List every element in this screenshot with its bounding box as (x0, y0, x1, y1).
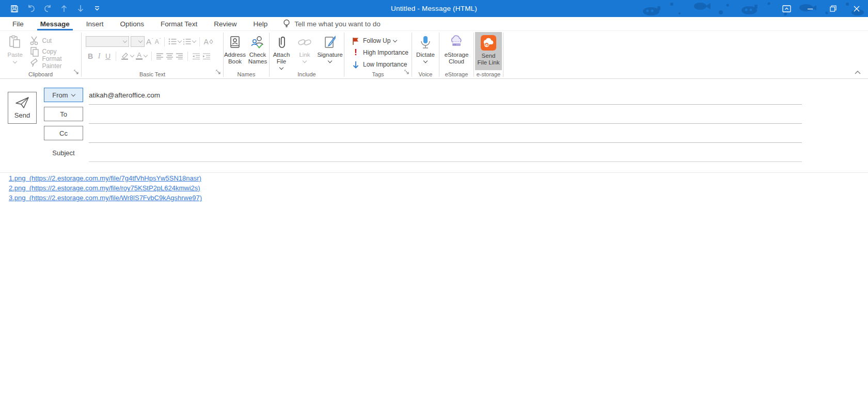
underline-button[interactable]: U (104, 51, 112, 61)
window-controls (775, 0, 868, 17)
customize-qat-icon[interactable] (91, 3, 103, 15)
basic-text-dialog-launcher-icon[interactable] (216, 68, 221, 77)
attach-file-label: Attach File (273, 52, 290, 65)
ribbon-display-options-icon[interactable] (775, 0, 798, 17)
paste-button[interactable]: Paste (5, 32, 25, 71)
cut-button[interactable]: Cut (29, 35, 81, 46)
check-names-icon (250, 35, 265, 50)
dictate-button[interactable]: Dictate (413, 32, 438, 71)
from-label: From (52, 91, 68, 99)
cut-label: Cut (42, 37, 52, 44)
decrease-indent-button[interactable] (192, 51, 200, 61)
message-body[interactable]: 1.png (https://2.estorage.com.my/file/7g… (9, 173, 202, 203)
quick-access-toolbar (8, 3, 103, 15)
tab-review[interactable]: Review (206, 17, 245, 30)
dictate-dropdown-icon (423, 59, 428, 63)
svg-text:e: e (485, 42, 488, 47)
align-left-button[interactable] (156, 51, 164, 61)
font-color-button[interactable]: A (136, 51, 147, 61)
tab-options[interactable]: Options (112, 17, 153, 30)
tell-me-box[interactable]: Tell me what you want to do (283, 17, 381, 30)
file-link-1[interactable]: 1.png (https://2.estorage.com.my/file/7g… (9, 173, 202, 183)
voice-group-label: Voice (412, 71, 439, 77)
group-voice: Dictate Voice (412, 31, 439, 78)
check-names-label: Check Names (248, 52, 267, 65)
tags-dialog-launcher-icon[interactable] (404, 68, 409, 77)
tab-message[interactable]: Message (32, 17, 78, 30)
from-value[interactable]: atikah@afteroffice.com (89, 88, 160, 102)
cc-field-underline[interactable] (89, 142, 802, 143)
close-button[interactable] (845, 0, 868, 17)
signature-button[interactable]: Signature (317, 32, 343, 71)
italic-button[interactable]: I (96, 51, 102, 61)
restore-button[interactable] (822, 0, 845, 17)
grow-font-button[interactable]: Aˆ (146, 36, 153, 47)
file-link-2[interactable]: 2.png (https://2.estorage.com.my/file/ro… (9, 183, 202, 193)
align-right-button[interactable] (176, 51, 183, 61)
estorage-cloud-button[interactable]: eStorage Cloud (440, 32, 472, 71)
link-button[interactable]: Link (295, 32, 314, 71)
basic-text-group-label: Basic Text (82, 71, 223, 77)
address-book-button[interactable]: Address Book (224, 32, 246, 71)
bullets-button[interactable] (168, 36, 181, 47)
high-importance-button[interactable]: ! High Importance (352, 47, 412, 58)
copy-label: Copy (42, 48, 57, 55)
group-estorage: eStorage Cloud eStorage (439, 31, 474, 78)
font-name-select[interactable] (86, 36, 129, 47)
tab-file[interactable]: File (4, 17, 32, 30)
increase-indent-button[interactable] (202, 51, 211, 61)
from-field-underline (89, 104, 802, 105)
move-up-icon[interactable] (58, 3, 70, 15)
attach-file-button[interactable]: Attach File (270, 32, 293, 71)
send-file-link-button[interactable]: e Send File Link (475, 32, 502, 70)
shrink-font-button[interactable]: Aˇ (155, 36, 161, 47)
collapse-ribbon-icon[interactable] (855, 67, 861, 76)
dictate-microphone-icon (418, 35, 433, 50)
message-header: Send From atikah@afteroffice.com To Cc S… (0, 79, 868, 172)
file-link-3[interactable]: 3.png (https://2.estorage.com.my/file/Wr… (9, 193, 202, 203)
group-clipboard: Paste Cut Copy Format Painter Clipboard (0, 31, 81, 78)
to-button[interactable]: To (44, 107, 83, 121)
address-book-icon (228, 35, 242, 50)
from-button[interactable]: From (44, 88, 83, 102)
group-separator (503, 32, 503, 77)
cc-button[interactable]: Cc (44, 126, 83, 140)
clear-formatting-button[interactable]: A (203, 36, 213, 47)
undo-icon[interactable] (25, 3, 37, 15)
format-painter-button[interactable]: Format Painter (29, 57, 81, 68)
text-highlight-button[interactable] (120, 51, 134, 61)
redo-icon[interactable] (41, 3, 54, 15)
move-down-icon[interactable] (74, 3, 87, 15)
clipboard-dialog-launcher-icon[interactable] (74, 68, 79, 77)
font-size-select[interactable] (131, 36, 145, 47)
attach-file-icon (274, 35, 289, 50)
ribbon: Paste Cut Copy Format Painter Clipboard (0, 31, 868, 79)
high-importance-label: High Importance (363, 49, 408, 56)
numbering-button[interactable] (183, 36, 196, 47)
address-book-label: Address Book (224, 52, 246, 65)
dictate-label: Dictate (416, 52, 435, 58)
to-label: To (60, 110, 67, 118)
follow-up-flag-icon (352, 37, 360, 45)
save-icon[interactable] (8, 3, 21, 15)
high-importance-icon: ! (352, 48, 360, 57)
estorage-cloud-icon (449, 35, 464, 50)
send-file-link-icon: e (481, 35, 496, 51)
subject-label: Subject (44, 145, 83, 160)
to-field-underline[interactable] (89, 123, 802, 124)
send-file-link-label: Send File Link (478, 53, 500, 66)
tab-format-text[interactable]: Format Text (152, 17, 206, 30)
check-names-button[interactable]: Check Names (247, 32, 269, 71)
tab-help[interactable]: Help (245, 17, 276, 30)
bold-button[interactable]: B (87, 51, 94, 61)
follow-up-button[interactable]: Follow Up (352, 35, 412, 46)
align-center-button[interactable] (166, 51, 173, 61)
group-e-storage: e Send File Link e-storage (474, 31, 503, 78)
copy-icon (29, 46, 40, 57)
cut-icon (29, 36, 40, 46)
subject-field-underline[interactable] (89, 161, 802, 162)
tab-insert[interactable]: Insert (78, 17, 112, 30)
send-button[interactable]: Send (8, 92, 37, 124)
low-importance-button[interactable]: Low Importance (352, 59, 412, 70)
minimize-button[interactable] (798, 0, 822, 17)
